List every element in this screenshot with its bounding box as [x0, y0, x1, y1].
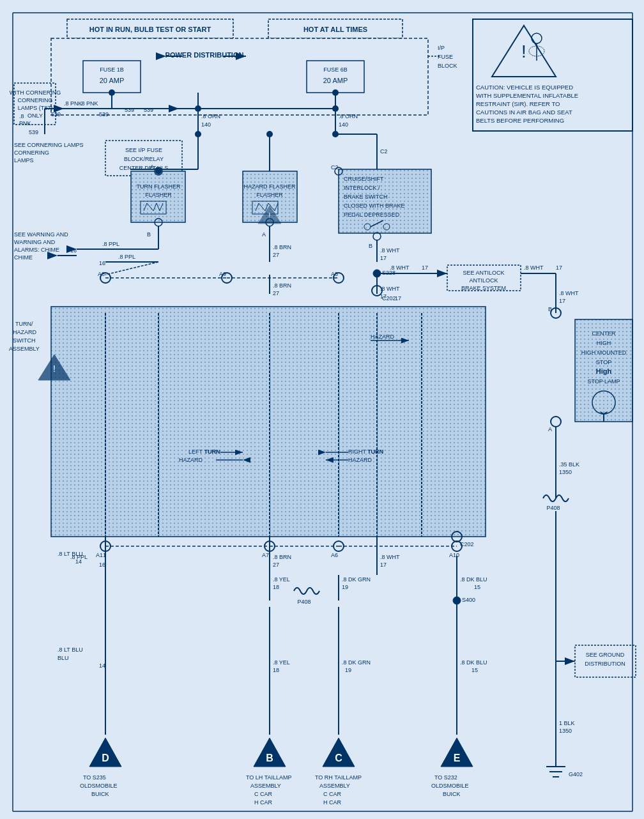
svg-point-131 [266, 131, 273, 137]
caution-line1: CAUTION: VEHICLE IS EQUIPPED [476, 84, 573, 91]
w8dkgrn-mid: .8 DK GRN [342, 659, 371, 666]
p408-label: P408 [297, 599, 310, 605]
antilock-label: SEE ANTILOCK [463, 270, 504, 276]
w17b-label: 17 [422, 264, 428, 271]
block-label: BLOCK [438, 63, 457, 69]
w18-mid: 18 [273, 667, 279, 673]
right-turn-arrow: TURN [367, 448, 383, 455]
w8ornb-label: .8 ORN [339, 113, 358, 119]
buick-d: BUICK [91, 791, 109, 797]
w8brn-label: .8 BRN [273, 244, 291, 250]
w8ltblu-left: .8 LT BLU [57, 647, 83, 653]
a5-conn: A5 [331, 271, 338, 277]
w16-label: 16 [70, 247, 77, 254]
c-car-b: C CAR [254, 791, 273, 797]
w8whtb-label: .8 WHT [390, 264, 410, 271]
assembly-b: ASSEMBLY [250, 783, 281, 789]
high-indicator: High [596, 367, 612, 375]
w27-label: 27 [273, 252, 279, 258]
oldsmobile-e: OLDSMOBILE [431, 783, 469, 789]
see-ip-fuse: SEE I/P FUSE [125, 147, 162, 153]
h-car-b: H CAR [254, 799, 273, 806]
cruise-shift-label: CRUISE/SHIFT [344, 176, 384, 182]
turn-flasher-label2: FLASHER [145, 192, 172, 198]
w1350-label: 1350 [559, 469, 572, 475]
a-conn-right: A [548, 426, 552, 432]
a7-conn: A7 [262, 552, 269, 558]
h-car-c: H CAR [323, 799, 342, 806]
w18-label: 18 [273, 584, 279, 590]
w35blk-label: .35 BLK [559, 461, 579, 468]
hazard-flasher-label2: FLASHER [256, 192, 283, 198]
w17c-label: 17 [556, 264, 562, 271]
a-conn-hazard: A [262, 231, 266, 238]
hot-all-label: HOT AT ALL TIMES [303, 26, 367, 33]
w1350b-label: 1350 [559, 728, 572, 734]
w8ppl-label: .8 PPL [102, 241, 119, 247]
to-s232-label: TO S232 [434, 774, 457, 781]
warning-alarms: WARNING AND [14, 239, 56, 245]
w1blk-label: 1 BLK [559, 720, 575, 726]
oldsmobile-d: OLDSMOBILE [80, 783, 118, 789]
svg-point-129 [155, 168, 162, 174]
w8pnk-label: .8 PNK [80, 100, 98, 107]
hazard-left-label: HAZARD [179, 457, 203, 463]
hazard-right-label: HAZARD [348, 457, 372, 463]
svg-point-114 [332, 89, 339, 96]
hazard-inside-label: HAZARD [371, 333, 395, 340]
w8dkblu-mid: .8 DK BLU [460, 659, 487, 666]
w15-label: 15 [474, 584, 480, 590]
w17-label: 17 [380, 255, 387, 261]
only-text: ONLY [27, 112, 43, 119]
w539c-label: 539 [144, 107, 153, 113]
fuse1b-amp: 20 AMP [100, 77, 125, 84]
p408b-label: P408 [546, 505, 560, 511]
brake-switch-label: BRAKE SWITCH [344, 194, 388, 200]
w27-below: 27 [273, 562, 279, 568]
with-cornering: WITH CORNERING [10, 89, 61, 96]
svg-point-124 [332, 131, 339, 137]
svg-rect-61 [51, 307, 486, 537]
a11-conn: A11 [96, 552, 106, 558]
svg-point-53 [373, 270, 381, 277]
w19-label: 19 [342, 584, 348, 590]
hazard-sw-label: HAZARD [13, 329, 37, 335]
w14-label: 14 [75, 558, 82, 565]
alarms-chime: ALARMS: CHIME [14, 247, 59, 253]
w8dkgrn-label: .8 DK GRN [342, 576, 371, 583]
c202b-label: C202 [460, 541, 474, 547]
mounted-label: HIGH MOUNTED [581, 349, 627, 356]
a9-conn: A9 [219, 271, 226, 277]
w14-left: BLU [57, 655, 69, 661]
a6-conn: A6 [331, 552, 338, 558]
w8yel-mid: .8 YEL [273, 659, 290, 666]
g402-label: G402 [569, 771, 583, 777]
lamp-label: STOP LAMP [587, 378, 620, 385]
to-s235-label: TO S235 [83, 774, 106, 781]
w8brn-below: .8 BRN [273, 554, 291, 560]
w16-below: 16 [99, 562, 105, 568]
see-ground-label: SEE GROUND [586, 652, 625, 658]
closed-brake-label: CLOSED WITH BRAKE [344, 203, 405, 209]
switch-sw-label: SWITCH [13, 337, 36, 344]
a8-conn: A8 [98, 271, 105, 277]
w539b-label: 539 [125, 107, 134, 113]
b-label: B [266, 753, 273, 763]
svg-point-113 [109, 89, 115, 96]
lamps-t87: LAMPS (T87) [18, 105, 53, 111]
w14-num-left: 14 [99, 662, 105, 669]
w539-label: 539 [99, 111, 109, 118]
to-lh-label: TO LH TAILLAMP [246, 774, 292, 781]
turn-hazard-label: TURN/ [15, 321, 33, 327]
c202-17: 17 [395, 295, 401, 302]
power-dist-label: POWER DISTRIBUTION [165, 51, 244, 59]
fuse6b-amp: 20 AMP [323, 77, 348, 84]
w8wht-right: .8 WHT [559, 290, 579, 296]
a10-conn: A10 [449, 552, 459, 558]
svg-point-97 [453, 597, 461, 604]
turn-flasher-label: TURN FLASHER [136, 183, 181, 190]
pedal-dep-label: PEDAL DEPRESSED [344, 211, 400, 218]
e-label: E [454, 753, 461, 763]
b-conn-right: B [548, 306, 552, 312]
see-cornering: SEE CORNERING LAMPS [14, 142, 84, 148]
